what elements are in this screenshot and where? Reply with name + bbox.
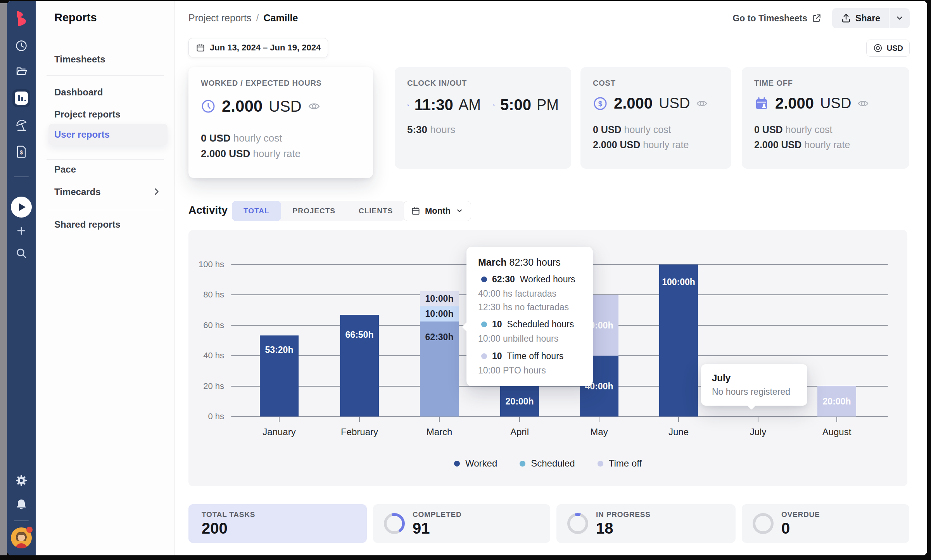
x-axis-label: July [727,427,789,437]
rail-divider [14,520,29,521]
tooltip-series-dot [481,353,487,359]
legend-dot [454,461,460,467]
clock-out-period: PM [537,97,559,113]
tooltip-series-row: 62:30Worked hours [481,274,581,285]
cost-card[interactable]: COST $ 2.000 USD 0 USD hourly cost 2.000… [580,67,731,169]
x-axis-tick [279,417,280,422]
hourly-rate-label: hourly rate [643,139,689,150]
legend-label: Time off [609,458,642,469]
time-off-umbrella-icon[interactable] [14,118,28,132]
legend-label: Scheduled [531,458,575,469]
in-progress-tasks-card: IN PROGRESS 18 [556,504,736,543]
sidebar-item-dashboard[interactable]: Dashboard [54,86,103,99]
tab-clients[interactable]: CLIENTS [347,201,404,221]
legend-item-scheduled: Scheduled [520,458,575,469]
go-to-timesheets-link[interactable]: Go to Timesheets [732,13,822,24]
date-range-picker[interactable]: Jun 13, 2024 – Jun 19, 2024 [188,38,328,57]
hourly-cost-label: hourly cost [786,124,833,135]
currency-toggle[interactable]: USD [866,40,910,57]
card-unit: USD [659,95,690,112]
card-value: 2.000 [614,95,653,112]
tab-total[interactable]: TOTAL [232,201,281,221]
tooltip-arrow [462,322,472,332]
eye-icon[interactable] [857,98,869,109]
legend-item-worked: Worked [454,458,497,469]
notifications-bell-icon[interactable] [14,498,28,512]
tooltip-series-dot [481,277,487,282]
bar-value-label: 20:00h [500,396,539,407]
share-button[interactable]: Share [832,8,889,28]
hourly-rate-value: 2.000 USD [754,139,801,150]
hourly-rate-label: hourly rate [804,139,850,150]
time-tracker-icon[interactable] [14,39,28,53]
invoices-icon[interactable]: $ [15,145,28,159]
play-icon [19,203,26,211]
hourly-cost-value: 0 USD [593,124,622,135]
breadcrumb-parent[interactable]: Project reports [188,12,252,24]
tooltip-title: March 82:30 hours [478,257,581,268]
total-tasks-card: TOTAL TASKS 200 [188,504,367,543]
add-icon[interactable] [15,225,28,237]
tab-projects[interactable]: PROJECTS [281,201,347,221]
user-avatar[interactable] [11,527,32,548]
sidebar-item-shared-reports[interactable]: Shared reports [54,218,121,231]
eye-icon[interactable] [696,98,708,109]
share-dropdown-button[interactable] [890,8,910,28]
external-link-icon [811,13,822,24]
breadcrumb-current: Camille [264,12,298,24]
bar-value-label: 10:00h [420,294,459,304]
sidebar-item-timecards[interactable]: Timecards [54,185,101,199]
sidebar-item-pace[interactable]: Pace [54,163,76,176]
y-axis-tick-label: 20 hs [188,381,224,391]
chevron-down-icon [455,207,464,215]
svg-text:$: $ [598,100,603,108]
x-axis-tick [678,417,679,422]
clock-in-out-card[interactable]: CLOCK IN/OUT 11:30 AM [395,67,571,169]
hourly-cost-value: 0 USD [201,132,231,144]
projects-folder-icon[interactable] [14,64,28,78]
icon-rail: $ [7,1,36,555]
tooltip-detail-line: 12:30 hs no facturadas [478,301,581,314]
card-label: CLOCK IN/OUT [407,79,559,88]
reports-icon-active[interactable] [12,89,30,107]
tooltip-detail-line: 40:00 hs facturadas [478,287,581,301]
legend-dot [520,461,525,467]
x-axis-label: August [806,427,868,437]
app-logo-icon[interactable] [12,9,30,28]
x-axis-tick [599,417,599,422]
clock-icon [201,99,216,114]
period-selector[interactable]: Month [404,201,471,221]
tooltip-series-row: 10Time off hours [481,351,581,361]
calendar-person-icon [754,96,769,111]
sidebar-item-timesheets[interactable]: Timesheets [54,53,105,66]
start-timer-button[interactable] [11,197,32,218]
x-axis-label: March [408,427,470,437]
desktop-edge [0,3,7,555]
progress-ring [753,513,774,534]
sidebar-item-user-reports[interactable]: User reports [48,124,168,145]
breadcrumb: Project reports / Camille [188,12,298,24]
clock-out-time: 5:00 [500,96,531,114]
time-off-card[interactable]: TIME OFF 2.000 USD 0 [742,67,909,169]
x-axis-tick [836,417,837,422]
tooltip-message: No hours registered [712,387,796,397]
y-axis-tick-label: 100 hs [188,259,224,270]
clock-out-icon [493,97,495,113]
completed-tasks-card: COMPLETED 91 [373,504,550,543]
search-icon[interactable] [15,247,28,259]
eye-icon[interactable] [308,100,320,112]
chevron-right-icon[interactable] [150,185,163,198]
bar-value-label: 53:20h [260,345,299,355]
y-axis-tick-label: 60 hs [188,320,224,330]
clock-total-label: hours [430,124,455,135]
hourly-rate-value: 2.000 USD [201,148,250,159]
settings-gear-icon[interactable] [14,474,28,487]
calendar-icon [196,43,205,52]
x-axis-tick [519,417,520,422]
legend-label: Worked [465,458,497,469]
card-label: TIME OFF [754,79,897,88]
legend-item-time-off: Time off [598,458,642,469]
sidebar-item-project-reports[interactable]: Project reports [54,108,121,121]
stat-value: 91 [413,520,461,537]
worked-expected-hours-card[interactable]: WORKED / EXPECTED HOURS 2.000 USD 0 USD … [188,67,373,178]
